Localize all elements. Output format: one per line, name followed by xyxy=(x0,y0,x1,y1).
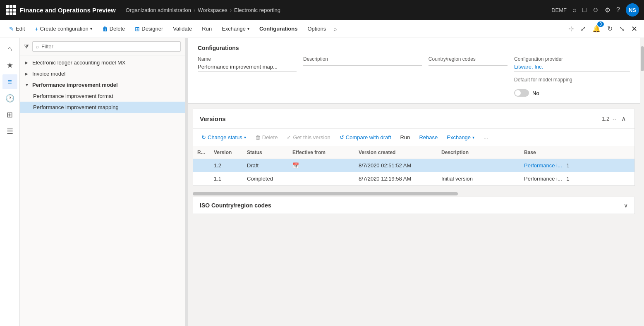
cell-effective-1: 📅 xyxy=(288,159,354,172)
create-config-button[interactable]: + Create configuration ▾ xyxy=(31,23,96,35)
col-version-created: Version created xyxy=(354,146,437,159)
toolbar-search-icon[interactable]: ⌕ xyxy=(333,26,337,32)
nav-menu-icon[interactable]: ≡ xyxy=(2,74,17,89)
sidebar-icons: ⌂ ★ ≡ 🕐 ⊞ ☰ xyxy=(0,38,20,326)
top-bar: Finance and Operations Preview Organizat… xyxy=(0,0,644,20)
ver-run-btn[interactable]: Run xyxy=(397,132,414,143)
config-default-mapping-label: Default for model mapping xyxy=(514,77,572,83)
versions-table-wrap: R... Version Status Effective from Versi… xyxy=(193,146,634,186)
waffle-menu[interactable] xyxy=(5,4,17,16)
cell-row-1 xyxy=(193,159,210,172)
exchange-button[interactable]: Exchange ▾ xyxy=(218,23,254,34)
search-icon-small: ⌕ xyxy=(36,44,39,50)
tree-item-perf-model[interactable]: Performance improvement model xyxy=(20,79,185,90)
filter-icon: ⧩ xyxy=(24,43,29,50)
cell-base-1: Performance i... 1 xyxy=(520,159,634,172)
popout-icon[interactable]: ⤡ xyxy=(618,23,626,34)
versions-header: Versions 1.2 -- ∧ xyxy=(193,109,634,129)
configurations-button[interactable]: Configurations xyxy=(255,23,302,34)
designer-button[interactable]: ⊞ Designer xyxy=(131,23,167,35)
config-provider-link[interactable]: Litware, Inc. xyxy=(514,64,543,70)
user-avatar[interactable]: NS xyxy=(626,3,639,17)
settings-icon[interactable]: ⚙ xyxy=(605,6,610,14)
cell-desc-2: Initial version xyxy=(437,172,520,186)
main-layout: ⌂ ★ ≡ 🕐 ⊞ ☰ ⧩ ⌕ Electronic ledger accoun… xyxy=(0,38,644,326)
cell-created-1: 8/7/2020 02:51:52 AM xyxy=(354,159,437,172)
favorites-icon[interactable]: ★ xyxy=(2,58,17,73)
change-status-icon: ↻ xyxy=(201,134,206,140)
breadcrumb-workspaces[interactable]: Workspaces xyxy=(198,7,227,13)
base-link-1[interactable]: Performance i... xyxy=(524,162,562,169)
comment-icon[interactable]: □ xyxy=(582,6,587,14)
config-provider-value: Litware, Inc. xyxy=(514,64,630,72)
table-row[interactable]: 1.2 Draft 📅 8/7/2020 02:51:52 AM Perform… xyxy=(193,159,634,172)
designer-icon: ⊞ xyxy=(135,26,140,32)
recent-icon[interactable]: 🕐 xyxy=(2,91,17,106)
waffle-icon xyxy=(6,5,16,15)
tree-arrow-invoice-model xyxy=(25,71,30,76)
breadcrumb-er[interactable]: Electronic reporting xyxy=(234,7,280,13)
compare-with-draft-btn[interactable]: ↺ Compare with draft xyxy=(336,132,395,143)
options-button[interactable]: Options xyxy=(303,23,330,34)
col-description: Description xyxy=(437,146,520,159)
vertical-scrollbar[interactable] xyxy=(640,38,644,326)
expand-icon[interactable]: ⤢ xyxy=(579,23,587,34)
get-this-version-btn[interactable]: ✓ Get this version xyxy=(283,132,333,143)
more-btn[interactable]: ... xyxy=(480,132,491,143)
iso-header[interactable]: ISO Country/region codes ∨ xyxy=(193,197,634,214)
refresh-icon[interactable]: ↻ xyxy=(606,23,614,34)
iso-chevron-icon: ∨ xyxy=(624,202,628,209)
tree-item-invoice-model[interactable]: Invoice model xyxy=(20,68,185,79)
top-bar-right: DEMF ⌕ □ ☺ ⚙ ? NS xyxy=(551,3,639,17)
cell-base-2: Performance i... 1 xyxy=(520,172,634,186)
list-icon[interactable]: ☰ xyxy=(2,124,17,139)
versions-table-body: 1.2 Draft 📅 8/7/2020 02:51:52 AM Perform… xyxy=(193,159,634,186)
iso-section: ISO Country/region codes ∨ xyxy=(193,197,635,214)
breadcrumb-sep-2: › xyxy=(230,7,232,13)
emoji-icon[interactable]: ☺ xyxy=(592,6,599,14)
ver-exchange-btn[interactable]: Exchange ▾ xyxy=(443,132,478,143)
run-button[interactable]: Run xyxy=(198,23,216,34)
versions-version-num: 1.2 xyxy=(602,116,609,122)
search-icon[interactable]: ⌕ xyxy=(572,6,577,14)
tree-item-electronic-ledger[interactable]: Electronic ledger accounting model MX xyxy=(20,57,185,68)
validate-button[interactable]: Validate xyxy=(169,23,196,34)
col-status: Status xyxy=(243,146,288,159)
change-status-btn[interactable]: ↻ Change status ▾ xyxy=(198,132,249,143)
delete-button[interactable]: 🗑 Delete xyxy=(98,23,129,35)
versions-collapse-btn[interactable]: ∧ xyxy=(620,113,628,124)
tree-item-perf-mapping[interactable]: Performance improvement mapping xyxy=(20,102,185,113)
table-row[interactable]: 1.1 Completed 8/7/2020 12:19:58 AM Initi… xyxy=(193,172,634,186)
tree-label-perf-mapping: Performance improvement mapping xyxy=(33,104,119,110)
close-icon[interactable]: ✕ xyxy=(630,23,639,35)
config-name-field: Name Performance improvement map... xyxy=(198,56,303,97)
ver-delete-btn[interactable]: 🗑 Delete xyxy=(252,132,281,143)
tree-item-perf-format[interactable]: Performance improvement format xyxy=(20,90,185,102)
cell-created-2: 8/7/2020 12:19:58 AM xyxy=(354,172,437,186)
base-num-1: 1 xyxy=(567,162,570,169)
rebase-btn[interactable]: Rebase xyxy=(416,132,441,143)
ver-exchange-dropdown-icon: ▾ xyxy=(472,135,474,140)
config-name-value: Performance improvement map... xyxy=(198,64,297,72)
filter-input[interactable] xyxy=(41,43,177,50)
config-country-label: Country/region codes xyxy=(429,56,508,62)
filter-input-wrap[interactable]: ⌕ xyxy=(32,41,181,52)
calendar-icon[interactable]: 📅 xyxy=(292,162,299,169)
default-mapping-toggle[interactable] xyxy=(514,89,529,97)
change-status-dropdown-icon: ▾ xyxy=(244,135,246,140)
config-toggle-value-row: No xyxy=(514,89,630,97)
grid-icon[interactable]: ⊞ xyxy=(2,107,17,122)
edit-button[interactable]: ✎ Edit xyxy=(5,23,29,35)
nav-panel: ⧩ ⌕ Electronic ledger accounting model M… xyxy=(20,38,185,326)
versions-actions: ↻ Change status ▾ 🗑 Delete ✓ Get this ve… xyxy=(193,129,634,146)
pin-icon[interactable]: ⊹ xyxy=(567,23,575,34)
config-default-mapping-value: No xyxy=(532,90,539,96)
cell-desc-1 xyxy=(437,159,520,172)
breadcrumb-org[interactable]: Organization administration xyxy=(126,7,191,13)
col-effective-from: Effective from xyxy=(288,146,354,159)
h-scroll-bar[interactable] xyxy=(193,192,458,195)
nav-filter-bar: ⧩ ⌕ xyxy=(20,38,185,55)
home-icon[interactable]: ⌂ xyxy=(2,41,17,56)
help-icon[interactable]: ? xyxy=(616,6,620,14)
app-title: Finance and Operations Preview xyxy=(20,7,116,14)
